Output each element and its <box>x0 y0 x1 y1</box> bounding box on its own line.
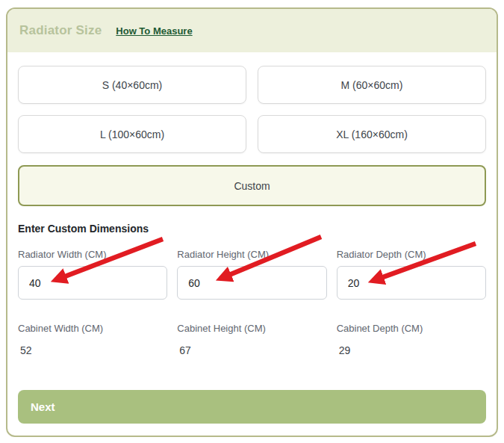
dimension-fields-grid: Radiator Width (CM) Radiator Height (CM)… <box>18 249 486 300</box>
cabinet-depth-value: 29 <box>337 344 486 356</box>
next-button[interactable]: Next <box>18 390 486 424</box>
radiator-depth-field-group: Radiator Depth (CM) <box>337 249 486 300</box>
radiator-height-input[interactable] <box>177 266 326 300</box>
cabinet-width-label: Cabinet Width (CM) <box>18 323 167 334</box>
custom-dimensions-heading: Enter Custom Dimensions <box>18 223 486 235</box>
radiator-width-field-group: Radiator Width (CM) <box>18 249 167 300</box>
radiator-width-label: Radiator Width (CM) <box>18 249 167 260</box>
cabinet-height-group: Cabinet Height (CM) 67 <box>177 323 326 356</box>
radiator-height-field-group: Radiator Height (CM) <box>177 249 326 300</box>
radiator-depth-label: Radiator Depth (CM) <box>337 249 486 260</box>
size-button-l[interactable]: L (100×60cm) <box>18 115 246 153</box>
page-title: Radiator Size <box>19 23 102 38</box>
size-button-xl[interactable]: XL (160×60cm) <box>258 115 486 153</box>
cabinet-width-group: Cabinet Width (CM) 52 <box>18 323 167 356</box>
size-button-s[interactable]: S (40×60cm) <box>18 66 246 104</box>
cabinet-width-value: 52 <box>18 344 167 356</box>
cabinet-values-grid: Cabinet Width (CM) 52 Cabinet Height (CM… <box>18 323 486 356</box>
radiator-depth-input[interactable] <box>337 266 486 300</box>
cabinet-depth-group: Cabinet Depth (CM) 29 <box>337 323 486 356</box>
size-button-custom[interactable]: Custom <box>18 165 486 206</box>
size-button-m[interactable]: M (60×60cm) <box>258 66 486 104</box>
card-body: S (40×60cm) M (60×60cm) L (100×60cm) XL … <box>7 52 497 424</box>
cabinet-height-label: Cabinet Height (CM) <box>177 323 326 334</box>
radiator-size-card: Radiator Size How To Measure S (40×60cm)… <box>6 7 498 437</box>
size-options-grid: S (40×60cm) M (60×60cm) L (100×60cm) XL … <box>18 66 486 153</box>
radiator-height-label: Radiator Height (CM) <box>177 249 326 260</box>
cabinet-height-value: 67 <box>177 344 326 356</box>
radiator-width-input[interactable] <box>18 266 167 300</box>
card-header: Radiator Size How To Measure <box>7 9 497 52</box>
how-to-measure-link[interactable]: How To Measure <box>116 25 192 37</box>
cabinet-depth-label: Cabinet Depth (CM) <box>337 323 486 334</box>
